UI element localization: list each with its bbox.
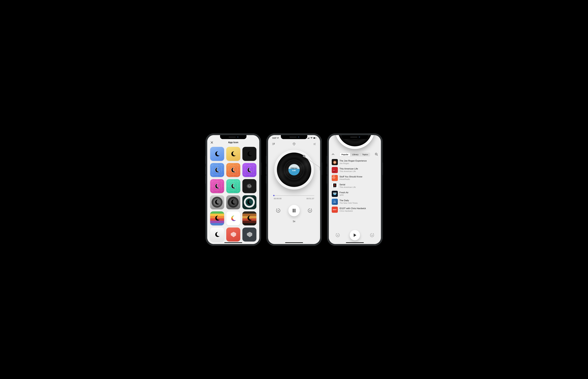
- podcast-row[interactable]: SSERIALSerialThis American Life: [331, 182, 379, 190]
- time-remaining: 00:51:37: [307, 197, 314, 200]
- podcast-author: NPR: [340, 194, 378, 196]
- app-icon-option[interactable]: [210, 179, 224, 193]
- app-icon-option[interactable]: [226, 211, 240, 225]
- svg-point-90: [313, 145, 314, 145]
- skip-forward-icon: 15: [370, 233, 374, 238]
- app-icon-option[interactable]: [226, 179, 240, 193]
- home-indicator[interactable]: [285, 242, 303, 243]
- pause-icon: [292, 209, 296, 213]
- podcast-author: Joe Rogan: [340, 162, 378, 164]
- svg-rect-83: [313, 138, 315, 139]
- phone-frame-3: FRESH AIR PopularLibraryTopics The Joe R…: [327, 133, 383, 246]
- skip-back-button[interactable]: 15: [335, 232, 341, 238]
- app-icon-option[interactable]: [242, 211, 256, 225]
- skip-forward-icon: 15: [307, 208, 312, 213]
- pause-button[interactable]: [288, 205, 300, 216]
- app-icon-option[interactable]: [210, 227, 224, 241]
- theme-button[interactable]: [312, 142, 317, 146]
- podcast-row[interactable]: STUFFYOUSHOULDKNOWStuff You Should Knowi…: [331, 174, 379, 182]
- close-button[interactable]: [210, 141, 214, 144]
- svg-point-24: [250, 186, 251, 186]
- svg-point-49: [250, 184, 250, 184]
- app-icon-option[interactable]: [226, 147, 240, 161]
- app-icon-option[interactable]: [242, 195, 256, 209]
- app-icon-option[interactable]: [242, 179, 256, 193]
- search-icon: [375, 153, 378, 156]
- queue-button[interactable]: [271, 142, 276, 146]
- svg-point-22: [250, 185, 250, 186]
- skip-forward-button[interactable]: 15: [369, 232, 375, 238]
- chevron-up-icon: [332, 153, 334, 155]
- svg-rect-78: [308, 138, 308, 139]
- svg-point-19: [248, 185, 249, 186]
- tab-popular[interactable]: Popular: [340, 153, 350, 156]
- svg-point-40: [250, 187, 251, 188]
- svg-rect-93: [294, 209, 295, 212]
- app-icon-option[interactable]: [210, 147, 224, 161]
- podcast-row[interactable]: ThisAmericanLifeThis American LifeThis A…: [331, 166, 379, 174]
- app-icon-option[interactable]: [242, 147, 256, 161]
- podcast-title: The Joe Rogan Experience: [340, 159, 378, 162]
- collapse-button[interactable]: [332, 153, 335, 156]
- phone-frame-2: 9:07: [266, 133, 322, 246]
- svg-point-42: [248, 188, 249, 188]
- play-icon: [353, 233, 356, 237]
- svg-point-39: [251, 187, 251, 187]
- app-icon-option[interactable]: [242, 227, 256, 241]
- home-indicator[interactable]: [224, 242, 242, 243]
- tab-library[interactable]: Library: [350, 153, 360, 156]
- progress-thumb[interactable]: [273, 195, 275, 196]
- svg-point-35: [249, 184, 250, 185]
- close-icon: [211, 141, 213, 144]
- podcast-artwork: IDI0T: [332, 207, 338, 213]
- svg-rect-79: [308, 138, 309, 139]
- podcast-row[interactable]: FRESHAIRFresh AirNPR: [331, 190, 379, 198]
- svg-point-28: [249, 187, 249, 188]
- app-icon-option[interactable]: [210, 211, 224, 225]
- svg-point-85: [294, 143, 294, 144]
- sheet-header: App Icon: [207, 139, 259, 146]
- podcast-author: This American Life: [340, 170, 378, 172]
- podcast-title: This American Life: [340, 168, 378, 170]
- svg-point-21: [249, 185, 250, 185]
- skip-forward-button[interactable]: 15: [307, 207, 313, 214]
- podcast-list[interactable]: The Joe Rogan ExperienceJoe RoganThisAme…: [329, 158, 381, 230]
- svg-point-47: [248, 184, 248, 185]
- podcast-author: iHeartRadio: [340, 178, 378, 180]
- svg-point-27: [249, 187, 250, 188]
- search-button[interactable]: [374, 153, 378, 156]
- svg-text:15: 15: [309, 210, 310, 211]
- podcast-row[interactable]: The Joe Rogan ExperienceJoe Rogan: [331, 158, 379, 166]
- airplay-button[interactable]: [292, 142, 296, 146]
- playback-speed-button[interactable]: 1x: [293, 220, 295, 223]
- svg-point-45: [247, 186, 247, 186]
- svg-text:15: 15: [337, 235, 339, 236]
- podcast-row[interactable]: IDI0TID10T with Chris HardwickChris Hard…: [331, 206, 379, 214]
- podcast-author: The New York Times: [340, 202, 378, 204]
- progress-slider[interactable]: [274, 195, 314, 196]
- tab-topics[interactable]: Topics: [360, 153, 370, 156]
- svg-point-34: [249, 184, 249, 185]
- location-icon: [277, 137, 279, 139]
- app-icon-option[interactable]: [226, 195, 240, 209]
- app-icon-option[interactable]: [226, 163, 240, 177]
- home-indicator[interactable]: [346, 242, 364, 243]
- skip-back-button[interactable]: 15: [275, 207, 281, 214]
- podcast-row[interactable]: TheDailyThe DailyThe New York Times: [331, 198, 379, 206]
- svg-point-29: [248, 187, 248, 187]
- app-icon-option[interactable]: [210, 195, 224, 209]
- podcast-artwork: FRESHAIR: [332, 191, 338, 197]
- svg-point-32: [248, 185, 248, 186]
- play-button[interactable]: [350, 230, 360, 240]
- svg-text:15: 15: [277, 210, 279, 211]
- svg-point-48: [249, 184, 249, 184]
- skip-back-icon: 15: [335, 233, 340, 238]
- svg-point-89: [315, 145, 315, 145]
- app-icon-option[interactable]: [210, 163, 224, 177]
- app-icon-option[interactable]: [242, 163, 256, 177]
- queue-icon: [272, 143, 275, 145]
- svg-point-23: [250, 186, 251, 186]
- cellular-icon: [308, 137, 310, 139]
- battery-icon: [313, 137, 317, 139]
- app-icon-option[interactable]: [226, 227, 240, 241]
